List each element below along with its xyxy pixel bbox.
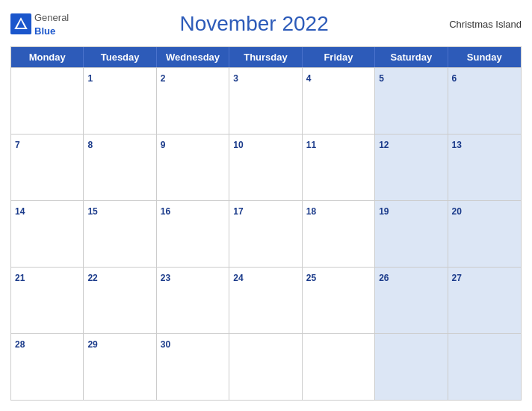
calendar-cell: 18 <box>303 201 375 267</box>
calendar-week: 78910111213 <box>11 134 521 200</box>
day-number: 19 <box>379 206 389 217</box>
calendar-cell: 17 <box>229 201 302 267</box>
calendar-body: 1234567891011121314151617181920212223242… <box>11 67 521 400</box>
day-number: 15 <box>87 206 97 217</box>
calendar-cell: 26 <box>375 268 448 333</box>
day-number: 21 <box>15 273 25 283</box>
calendar-cell: 5 <box>375 68 448 134</box>
calendar-week: 14151617181920 <box>11 200 521 267</box>
day-number: 10 <box>233 140 243 150</box>
day-number: 14 <box>15 206 25 217</box>
calendar: MondayTuesdayWednesdayThursdayFridaySatu… <box>10 46 522 401</box>
calendar-week: 21222324252627 <box>11 267 521 333</box>
day-number: 4 <box>306 73 312 84</box>
day-number: 2 <box>161 73 166 84</box>
calendar-cell: 12 <box>375 135 448 200</box>
calendar-cell <box>375 334 448 400</box>
calendar-header: General Blue November 2022 Christmas Isl… <box>10 7 522 40</box>
calendar-cell: 16 <box>157 201 229 267</box>
day-number: 28 <box>15 339 25 350</box>
calendar-cell: 21 <box>11 268 84 333</box>
calendar-cell: 29 <box>84 334 156 400</box>
logo-text-blue: Blue <box>34 25 55 37</box>
day-number: 13 <box>452 140 462 150</box>
weekday-header: Sunday <box>448 47 521 67</box>
calendar-cell: 11 <box>303 135 375 200</box>
weekday-header: Thursday <box>229 47 302 67</box>
calendar-cell: 27 <box>448 268 521 333</box>
day-number: 12 <box>379 140 389 150</box>
calendar-cell: 13 <box>448 135 521 200</box>
calendar-cell: 1 <box>84 68 156 134</box>
calendar-cell: 22 <box>84 268 156 333</box>
day-number: 22 <box>87 273 97 283</box>
calendar-cell: 24 <box>229 268 302 333</box>
calendar-cell: 14 <box>11 201 84 267</box>
calendar-cell: 28 <box>11 334 84 400</box>
day-number: 18 <box>306 206 316 217</box>
day-number: 29 <box>87 339 97 350</box>
day-number: 20 <box>452 206 462 217</box>
calendar-week: 282930 <box>11 333 521 400</box>
day-number: 26 <box>379 273 389 283</box>
day-number: 17 <box>233 206 243 217</box>
calendar-cell: 6 <box>448 68 521 134</box>
calendar-cell: 8 <box>84 135 156 200</box>
day-number: 23 <box>161 273 170 283</box>
day-number: 30 <box>161 339 170 350</box>
day-number: 24 <box>233 273 243 283</box>
logo-text-general: General <box>34 12 69 23</box>
day-number: 7 <box>15 140 20 150</box>
day-number: 8 <box>87 140 93 150</box>
day-number: 16 <box>161 206 170 217</box>
day-number: 9 <box>161 140 166 150</box>
weekday-header: Monday <box>11 47 84 67</box>
calendar-header-row: MondayTuesdayWednesdayThursdayFridaySatu… <box>11 47 521 67</box>
day-number: 27 <box>452 273 462 283</box>
day-number: 6 <box>452 73 457 84</box>
logo: General Blue <box>10 10 69 37</box>
calendar-cell: 19 <box>375 201 448 267</box>
calendar-cell <box>448 334 521 400</box>
weekday-header: Wednesday <box>157 47 229 67</box>
day-number: 11 <box>306 140 316 150</box>
calendar-cell: 15 <box>84 201 156 267</box>
day-number: 25 <box>306 273 316 283</box>
calendar-cell: 23 <box>157 268 229 333</box>
weekday-header: Saturday <box>375 47 448 67</box>
weekday-header: Friday <box>303 47 375 67</box>
day-number: 1 <box>87 73 93 84</box>
calendar-cell: 30 <box>157 334 229 400</box>
calendar-cell: 7 <box>11 135 84 200</box>
calendar-cell <box>229 334 302 400</box>
month-title: November 2022 <box>69 12 439 36</box>
day-number: 3 <box>233 73 238 84</box>
calendar-cell: 10 <box>229 135 302 200</box>
calendar-cell: 20 <box>448 201 521 267</box>
calendar-cell: 9 <box>157 135 229 200</box>
calendar-cell: 3 <box>229 68 302 134</box>
calendar-cell: 25 <box>303 268 375 333</box>
day-number: 5 <box>379 73 384 84</box>
calendar-cell <box>11 68 84 134</box>
calendar-cell: 4 <box>303 68 375 134</box>
logo-icon <box>10 13 31 34</box>
calendar-week: 123456 <box>11 67 521 134</box>
weekday-header: Tuesday <box>84 47 156 67</box>
region-label: Christmas Island <box>439 19 522 30</box>
calendar-cell: 2 <box>157 68 229 134</box>
calendar-cell <box>303 334 375 400</box>
